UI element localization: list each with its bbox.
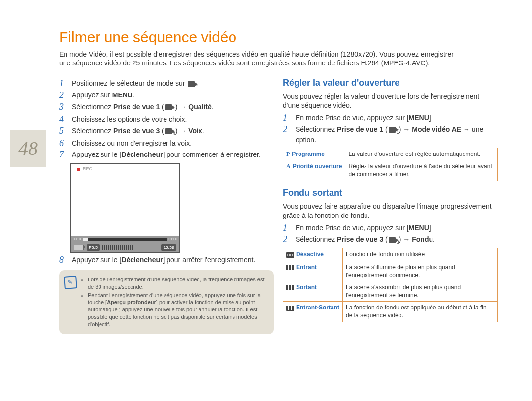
table-row: Entrant-Sortant La fonction de fondu est… [283, 302, 498, 322]
main-steps-cont: 8 Appuyez sur le [Déclencheur] pour arrê… [59, 255, 274, 265]
t: . [212, 103, 214, 111]
t: . [133, 91, 134, 99]
fondu-options-table: OFFDésactivé Fonction de fondu non utili… [283, 248, 498, 322]
step-num: 8 [59, 255, 68, 265]
option-desc: La scène s'assombrit de plus en plus qua… [343, 281, 498, 301]
bold: Fondu [412, 235, 433, 243]
bold: Qualité [188, 103, 211, 111]
step-num: 5 [59, 126, 68, 137]
option-desc: Réglez la valeur d'ouverture à l'aide du… [345, 160, 498, 181]
table-row: OFFDésactivé Fonction de fondu non utili… [283, 248, 498, 261]
step-1: 1 Positionnez le sélecteur de mode sur . [59, 79, 274, 89]
note-item: Lors de l'enregistrement d'une séquence … [88, 276, 268, 291]
step-text-node: Positionnez le sélecteur de mode sur [72, 79, 187, 87]
step-7: 7 Appuyez sur le [Déclencheur] pour comm… [59, 150, 274, 160]
step-num: 7 [59, 150, 68, 160]
t: ( [383, 235, 388, 243]
t: pour commencer à enregistrer. [165, 151, 261, 158]
fade-out-icon [286, 285, 294, 290]
page-number-box: 48 [10, 130, 46, 167]
bold: Prise de vue 3 [337, 235, 383, 243]
left-column: 1 Positionnez le sélecteur de mode sur .… [59, 77, 274, 334]
t: ( [383, 125, 388, 133]
preview-status-row: F3.5 15:39 [71, 243, 179, 252]
step-num: 4 [59, 115, 68, 124]
option-label-cell: Entrant [283, 261, 343, 281]
page-number: 48 [18, 135, 38, 162]
step-3: 3 Sélectionnez Prise de vue 1 (1) → Qual… [59, 102, 274, 113]
t: ) → [175, 103, 188, 111]
step-text: Positionnez le sélecteur de mode sur . [72, 79, 274, 89]
step-num: 1 [283, 223, 292, 233]
step-num: 1 [59, 79, 68, 89]
t: En mode Prise de vue, appuyez sur [296, 224, 407, 232]
video-icon [165, 128, 172, 134]
step-1: 1 En mode Prise de vue, appuyez sur [MEN… [283, 113, 498, 123]
option-label-cell: PProgramme [283, 148, 345, 160]
option-label: Entrant [296, 264, 317, 271]
step-5: 5 Sélectionnez Prise de vue 3 (3) → Voix… [59, 126, 274, 137]
step-num: 2 [283, 235, 292, 245]
step-num: 3 [59, 102, 68, 113]
option-label-cell: Entrant-Sortant [283, 302, 343, 322]
t: Sélectionnez [72, 103, 113, 111]
t: ( [160, 127, 164, 135]
note-box: ✎ Lors de l'enregistrement d'une séquenc… [59, 270, 274, 334]
note-icon: ✎ [64, 276, 77, 289]
step-1: 1 En mode Prise de vue, appuyez sur [MEN… [283, 223, 498, 233]
t: Sélectionnez [72, 127, 113, 135]
step-2: 2 Sélectionnez Prise de vue 1 (1) → Mode… [283, 125, 498, 145]
aperture-steps: 1 En mode Prise de vue, appuyez sur [MEN… [283, 113, 498, 145]
battery-icon [74, 245, 84, 250]
step-text: Appuyez sur le [Déclencheur] pour arrête… [72, 255, 274, 265]
option-desc: Fonction de fondu non utilisée [343, 248, 498, 261]
bold: MENU [112, 91, 133, 99]
note-list: Lors de l'enregistrement d'une séquence … [81, 276, 268, 328]
bold: Déclencheur [121, 151, 163, 158]
t: Sélectionnez [296, 235, 337, 243]
bold: Prise de vue 1 [337, 125, 383, 133]
bold: Voix [188, 127, 202, 135]
step-num: 1 [283, 113, 292, 123]
option-desc: La scène s'illumine de plus en plus quan… [343, 261, 498, 281]
step-text: Sélectionnez Prise de vue 1 (1) → Qualit… [72, 102, 274, 113]
step-text: Appuyez sur MENU. [72, 91, 274, 100]
preview-time-total: 01:00 [168, 237, 177, 241]
f-number: F3.5 [87, 244, 100, 251]
table-row: Sortant La scène s'assombrit de plus en … [283, 281, 498, 301]
rec-dot-icon [77, 168, 80, 171]
off-icon: OFF [286, 252, 294, 258]
aperture-options-table: PProgramme La valeur d'ouverture est rég… [283, 148, 498, 181]
t: pour arrêter l'enregistrement. [165, 256, 255, 264]
step-text: En mode Prise de vue, appuyez sur [MENU]… [296, 113, 498, 123]
main-steps: 1 Positionnez le sélecteur de mode sur .… [59, 79, 274, 160]
two-columns: 1 Positionnez le sélecteur de mode sur .… [59, 77, 498, 334]
bold: Prise de vue 1 [113, 103, 160, 111]
page-title: Filmer une séquence vidéo [59, 28, 498, 48]
step-2: 2 Appuyez sur MENU. [59, 91, 274, 100]
option-label: Entrant-Sortant [296, 304, 339, 311]
progress-bar-icon [83, 238, 167, 241]
video-icon [389, 127, 396, 133]
step-text: Sélectionnez Prise de vue 3 (3) → Fondu. [296, 235, 498, 245]
step-4: 4 Choisissez les options de votre choix. [59, 115, 274, 124]
step-8: 8 Appuyez sur le [Déclencheur] pour arrê… [59, 255, 274, 265]
option-desc: La valeur d'ouverture est réglée automat… [345, 148, 498, 160]
t: Appuyez sur le [72, 256, 120, 264]
bold: MENU [409, 224, 429, 232]
fade-in-icon [286, 265, 294, 270]
step-text: En mode Prise de vue, appuyez sur [MENU]… [296, 223, 498, 233]
right-column: Régler la valeur d'ouverture Vous pouvez… [283, 77, 498, 334]
t: . [202, 127, 204, 135]
step-num: 6 [59, 139, 68, 149]
step-text: Choisissez les options de votre choix. [72, 115, 274, 124]
bold: Mode vidéo AE [412, 125, 461, 133]
page: 48 Filmer une séquence vidéo En mode Vid… [0, 0, 532, 401]
step-2: 2 Sélectionnez Prise de vue 3 (3) → Fond… [283, 235, 498, 245]
video-icon [389, 237, 396, 243]
p-icon: P [286, 151, 290, 157]
preview-footer: 00:01 01:00 F3.5 15:39 [71, 236, 179, 252]
step-text: Sélectionnez Prise de vue 1 (1) → Mode v… [296, 125, 498, 145]
clock-time: 15:39 [161, 244, 176, 251]
t: ) → [175, 127, 188, 135]
